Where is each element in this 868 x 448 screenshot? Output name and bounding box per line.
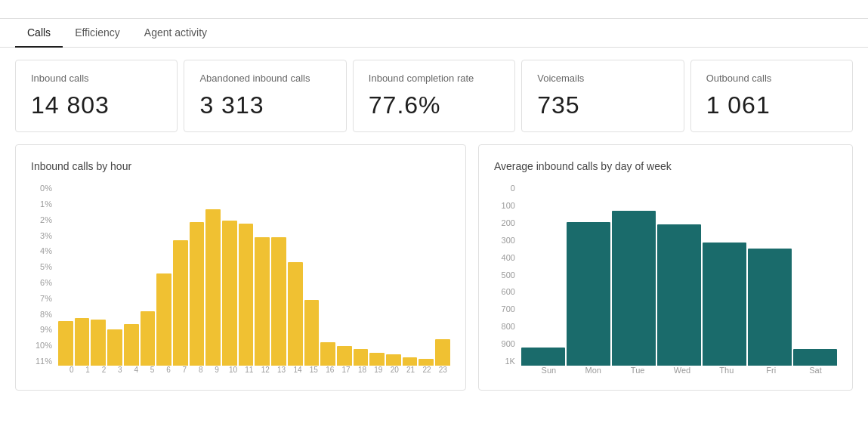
- bar-hour: [239, 224, 254, 366]
- metric-abandoned-inbound-calls: Abandoned inbound calls 3 313: [184, 60, 346, 132]
- bar-group-hour: [320, 184, 335, 366]
- bar-group-hour: [386, 184, 401, 366]
- bar-group-hour: [173, 184, 188, 366]
- x-label-hour: 8: [193, 366, 208, 374]
- tab-efficiency[interactable]: Efficiency: [63, 19, 132, 48]
- x-label-hour: 5: [145, 366, 159, 374]
- x-label-day: Tue: [616, 366, 659, 375]
- bar-hour: [369, 353, 385, 366]
- x-label-hour: 15: [307, 366, 321, 374]
- bar-group-day: [748, 184, 792, 366]
- bar-group-hour: [419, 184, 434, 366]
- bar-group-hour: [239, 184, 254, 366]
- bar-group-day: [612, 184, 656, 366]
- bar-day: [703, 243, 746, 366]
- y-label: 2%: [40, 216, 52, 224]
- metric-value-voicemails: 735: [537, 91, 668, 119]
- bar-hour: [255, 237, 270, 366]
- bar-group-day: [567, 184, 610, 366]
- y-label: 300: [502, 236, 515, 245]
- avg-by-day-card: Average inbound calls by day of week 1K9…: [478, 144, 853, 391]
- bar-group-hour: [337, 184, 352, 366]
- bar-day: [612, 211, 656, 366]
- bar-group-day: [657, 184, 701, 366]
- x-label-hour: 2: [97, 366, 111, 374]
- avg-by-day-chart: 1K9008007006005004003002001000 SunMonTue…: [494, 184, 837, 375]
- x-label-hour: 23: [436, 366, 450, 374]
- bar-day: [748, 249, 792, 366]
- x-label-hour: 3: [113, 366, 127, 374]
- metric-label-voicemails: Voicemails: [537, 73, 668, 84]
- x-label-hour: 20: [388, 366, 402, 374]
- x-label-hour: 9: [209, 366, 224, 374]
- bar-day: [793, 349, 837, 366]
- x-label-day: Sat: [794, 366, 837, 375]
- tab-agent-activity[interactable]: Agent activity: [132, 19, 219, 48]
- bar-hour: [173, 240, 188, 366]
- bar-hour: [271, 237, 286, 366]
- metric-value-inbound-calls: 14 803: [31, 91, 162, 119]
- bar-group-hour: [107, 184, 122, 366]
- x-label-hour: 6: [161, 366, 175, 374]
- x-label-hour: 16: [323, 366, 337, 374]
- metric-value-outbound-calls: 1 061: [706, 91, 837, 119]
- tabs-bar: CallsEfficiencyAgent activity: [0, 19, 868, 48]
- bar-group-hour: [369, 184, 385, 366]
- x-axis-row-right: SunMonTueWedThuFriSat: [494, 366, 837, 375]
- bar-hour: [91, 320, 106, 366]
- x-label-hour: 0: [64, 366, 79, 374]
- x-label-hour: 22: [419, 366, 434, 374]
- bar-group-hour: [255, 184, 270, 366]
- y-label: 1%: [40, 200, 52, 209]
- bar-hour: [190, 222, 205, 366]
- bar-hour: [419, 359, 434, 366]
- bar-hour: [141, 311, 156, 366]
- metric-label-outbound-calls: Outbound calls: [706, 73, 837, 84]
- bar-group-hour: [124, 184, 139, 366]
- x-label-hour: 18: [355, 366, 369, 374]
- bar-group-hour: [354, 184, 369, 366]
- x-label-day: Sun: [527, 366, 570, 375]
- metric-inbound-completion-rate: Inbound completion rate 77.6%: [353, 60, 515, 132]
- y-label: 10%: [36, 341, 52, 350]
- inbound-by-hour-chart: 11%10%9%8%7%6%5%4%3%2%1%0% 0123456789101…: [31, 184, 450, 374]
- metric-inbound-calls: Inbound calls 14 803: [15, 60, 178, 132]
- app-container: CallsEfficiencyAgent activity Inbound ca…: [0, 0, 868, 406]
- y-label: 3%: [40, 232, 52, 240]
- bar-group-hour: [141, 184, 156, 366]
- bar-hour: [386, 354, 401, 366]
- bar-hour: [222, 221, 237, 366]
- x-label-hour: 13: [274, 366, 289, 374]
- y-label: 8%: [40, 311, 52, 319]
- bar-hour: [337, 346, 352, 366]
- bar-hour: [320, 342, 335, 366]
- y-label: 0%: [40, 184, 52, 193]
- y-label: 400: [502, 254, 515, 262]
- y-label: 6%: [40, 279, 52, 287]
- bar-group-hour: [75, 184, 90, 366]
- bar-group-hour: [91, 184, 106, 366]
- x-label-day: Fri: [749, 366, 792, 375]
- y-axis-right: 1K9008007006005004003002001000: [494, 184, 521, 366]
- bar-day: [657, 224, 701, 366]
- bar-group-hour: [222, 184, 237, 366]
- metric-voicemails: Voicemails 735: [521, 60, 684, 132]
- bar-hour: [435, 339, 450, 366]
- y-label: 9%: [40, 326, 52, 334]
- bar-group-hour: [156, 184, 171, 366]
- x-label-day: Thu: [705, 366, 748, 375]
- bar-group-day: [703, 184, 746, 366]
- tab-calls[interactable]: Calls: [15, 19, 63, 48]
- x-label-day: Wed: [661, 366, 704, 375]
- x-label-hour: 4: [129, 366, 144, 374]
- bar-hour: [403, 357, 418, 366]
- bar-hour: [124, 324, 139, 366]
- inbound-by-hour-card: Inbound calls by hour 11%10%9%8%7%6%5%4%…: [15, 144, 466, 391]
- bar-group-day: [793, 184, 837, 366]
- bar-group-hour: [435, 184, 450, 366]
- app-header: [0, 0, 868, 19]
- y-label: 600: [502, 288, 515, 296]
- bar-group-day: [521, 184, 565, 366]
- bar-group-hour: [288, 184, 303, 366]
- x-label-hour: 7: [178, 366, 192, 374]
